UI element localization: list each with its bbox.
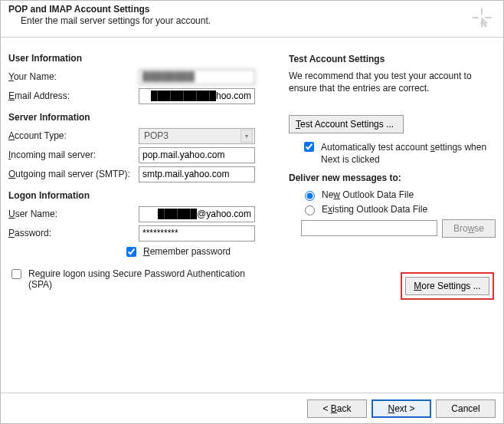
existing-file-path-input <box>301 220 437 236</box>
dialog-subtitle: Enter the mail server settings for your … <box>21 15 496 26</box>
outgoing-server-input[interactable] <box>139 166 255 182</box>
email-input[interactable] <box>139 88 255 104</box>
password-input[interactable] <box>139 225 255 242</box>
more-settings-highlight: More Settings ... <box>401 272 494 300</box>
your-name-input[interactable] <box>139 69 255 85</box>
back-button[interactable]: < Back <box>307 399 367 418</box>
email-label: Email Address: <box>8 90 139 101</box>
outgoing-label: Outgoing mail server (SMTP): <box>8 169 139 179</box>
your-name-label: Your Name: <box>8 71 139 82</box>
account-type-label: Account Type: <box>8 130 139 141</box>
incoming-server-input[interactable] <box>139 147 255 163</box>
remember-password-label: Remember password <box>143 246 231 257</box>
dialog-title: POP and IMAP Account Settings <box>8 4 496 15</box>
logon-info-heading: Logon Information <box>8 190 260 201</box>
dialog-body: User Information Your Name: Email Addres… <box>1 38 503 299</box>
browse-button: Browse <box>442 219 496 238</box>
cursor-decor-icon <box>471 7 493 28</box>
test-account-settings-button[interactable]: Test Account Settings ... <box>289 115 404 133</box>
spa-label: Require logon using Secure Password Auth… <box>28 268 258 290</box>
existing-data-file-radio[interactable] <box>305 205 315 215</box>
left-column: User Information Your Name: Email Addres… <box>8 48 260 293</box>
username-label: User Name: <box>8 209 139 219</box>
dialog-header: POP and IMAP Account Settings Enter the … <box>1 1 503 38</box>
next-button[interactable]: Next > <box>371 399 431 418</box>
deliver-heading: Deliver new messages to: <box>289 172 496 184</box>
password-label: Password: <box>8 228 139 238</box>
auto-test-label: Automatically test account settings when… <box>321 141 496 166</box>
new-data-file-radio[interactable] <box>305 191 315 201</box>
remember-password-checkbox[interactable] <box>126 247 136 257</box>
account-type-value: POP3 <box>144 130 169 141</box>
incoming-label: Incoming mail server: <box>8 150 139 160</box>
test-settings-description: We recommend that you test your account … <box>289 70 496 94</box>
dialog-footer: < Back Next > Cancel <box>1 393 503 423</box>
existing-data-file-label: Existing Outlook Data File <box>322 203 427 215</box>
auto-test-checkbox[interactable] <box>304 142 314 152</box>
more-settings-button[interactable]: More Settings ... <box>405 277 489 295</box>
username-input[interactable] <box>139 206 255 222</box>
cancel-button[interactable]: Cancel <box>436 399 496 418</box>
account-type-select: POP3 ▾ <box>139 128 255 144</box>
chevron-down-icon: ▾ <box>241 130 253 143</box>
test-settings-heading: Test Account Settings <box>289 53 496 65</box>
user-info-heading: User Information <box>8 53 260 64</box>
new-data-file-label: New Outlook Data File <box>322 189 414 201</box>
right-column: Test Account Settings We recommend that … <box>267 48 496 293</box>
server-info-heading: Server Information <box>8 112 260 123</box>
spa-checkbox[interactable] <box>11 269 21 279</box>
